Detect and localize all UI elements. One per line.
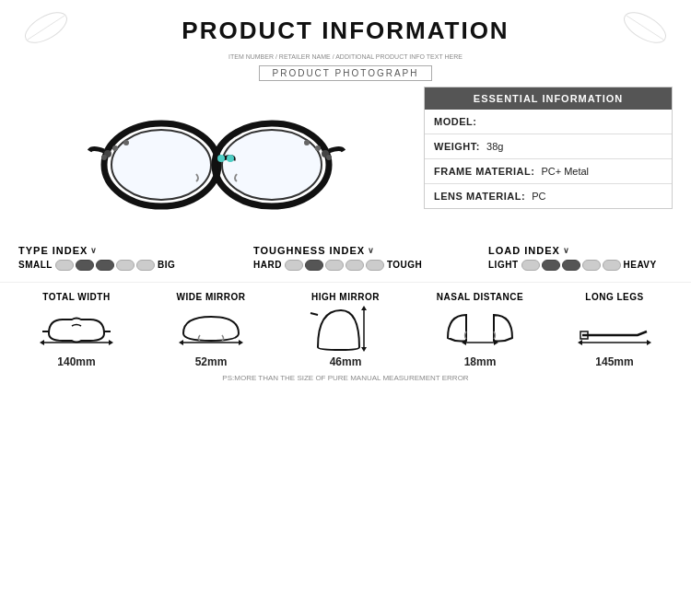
svg-marker-19 [40, 340, 44, 345]
svg-point-16 [315, 145, 321, 151]
wide-mirror-icon [174, 306, 248, 352]
type-dot-3 [96, 260, 114, 271]
info-value-frame: PC+ Metal [541, 166, 589, 177]
long-legs-value: 145mm [595, 355, 633, 368]
load-dot-5 [603, 260, 621, 271]
load-dot-3 [562, 260, 580, 271]
toughness-index-label: TOUGHNESS INDEX [253, 245, 365, 256]
svg-line-1 [28, 16, 64, 40]
info-label-lens: LENS MATERIAL: [434, 191, 525, 202]
nasal-distance-label: NASAL DISTANCE [437, 292, 523, 302]
info-row-frame: FRAME MATERIAL: PC+ Metal [425, 159, 672, 184]
svg-point-17 [304, 140, 310, 145]
load-index-left: LIGHT [488, 260, 519, 270]
svg-line-29 [310, 313, 318, 315]
type-index-group: TYPE INDEX ∨ SMALL BIG [18, 245, 203, 271]
type-index-left: SMALL [18, 260, 53, 270]
glasses-area [18, 87, 415, 234]
high-mirror-value: 46mm [330, 355, 362, 368]
page-header: PRODUCT INFORMATION [0, 0, 691, 51]
type-index-scale: SMALL BIG [18, 260, 175, 271]
measurement-total-width: TOTAL WIDTH 140mm [21, 292, 132, 368]
type-index-right: BIG [158, 260, 175, 270]
toughness-index-left: HARD [253, 260, 282, 270]
toughness-index-scale: HARD TOUGH [253, 260, 422, 271]
load-index-dots [521, 260, 621, 271]
load-index-group: LOAD INDEX ∨ LIGHT HEAVY [488, 245, 673, 271]
toughness-dot-1 [285, 260, 303, 271]
type-dot-5 [136, 260, 155, 271]
main-content: ESSENTIAL INFORMATION MODEL: WEIGHT: 38g… [0, 87, 691, 234]
leaf-right-icon [617, 5, 673, 51]
measurements-section: TOTAL WIDTH 140mm WIDE [0, 282, 691, 372]
load-index-title: LOAD INDEX ∨ [488, 245, 570, 256]
type-dot-4 [116, 260, 135, 271]
leaf-left-icon [18, 5, 74, 51]
page-title: PRODUCT INFORMATION [0, 17, 691, 45]
total-width-value: 140mm [57, 355, 95, 368]
svg-point-11 [326, 155, 332, 160]
svg-point-12 [217, 155, 225, 162]
info-row-weight: WEIGHT: 38g [425, 134, 672, 159]
info-value-lens: PC [532, 191, 545, 202]
info-label-frame: FRAME MATERIAL: [434, 166, 534, 177]
long-legs-label: LONG LEGS [585, 292, 643, 302]
toughness-index-dots [285, 260, 384, 271]
measurement-long-legs: LONG LEGS 145mm [559, 292, 670, 368]
type-index-chevron: ∨ [90, 246, 98, 255]
info-label-weight: WEIGHT: [434, 141, 480, 152]
type-index-label: TYPE INDEX [18, 245, 88, 256]
glasses-illustration [88, 96, 346, 225]
measurement-nasal-distance: NASAL DISTANCE 18mm [425, 292, 535, 368]
indices-row: TYPE INDEX ∨ SMALL BIG [18, 245, 673, 271]
load-index-right: HEAVY [624, 260, 657, 270]
svg-marker-24 [179, 340, 183, 345]
indices-section: TYPE INDEX ∨ SMALL BIG [0, 234, 691, 274]
info-panel: ESSENTIAL INFORMATION MODEL: WEIGHT: 38g… [424, 87, 673, 209]
load-index-chevron: ∨ [563, 246, 570, 255]
svg-marker-28 [361, 347, 367, 352]
svg-point-13 [227, 155, 234, 162]
page: PRODUCT INFORMATION ITEM NUMBER / RETAIL… [0, 0, 691, 616]
total-width-label: TOTAL WIDTH [42, 292, 110, 302]
load-dot-4 [582, 260, 601, 271]
high-mirror-label: HIGH MIRROR [311, 292, 380, 302]
type-dot-2 [76, 260, 94, 271]
measurement-wide-mirror: WIDE MIRROR 52mm [156, 292, 266, 368]
toughness-dot-4 [346, 260, 364, 271]
svg-point-9 [101, 155, 107, 160]
toughness-index-title: TOUGHNESS INDEX ∨ [253, 245, 375, 256]
svg-marker-35 [647, 340, 651, 345]
ps-note: PS:MORE THAN THE SIZE OF PURE MANUAL MEA… [0, 374, 691, 386]
toughness-index-chevron: ∨ [368, 246, 375, 255]
info-label-model: MODEL: [434, 116, 476, 127]
info-row-lens: LENS MATERIAL: PC [425, 184, 672, 208]
total-width-icon [40, 306, 113, 352]
svg-marker-20 [109, 340, 113, 345]
svg-point-14 [112, 145, 118, 151]
nasal-distance-icon [443, 306, 517, 352]
load-dot-1 [521, 260, 540, 271]
svg-marker-25 [239, 340, 243, 345]
toughness-index-group: TOUGHNESS INDEX ∨ HARD TOUGH [253, 245, 438, 271]
info-row-model: MODEL: [425, 110, 672, 134]
measurement-high-mirror: HIGH MIRROR 46mm [290, 292, 401, 368]
load-index-scale: LIGHT HEAVY [488, 260, 657, 271]
measurements-row: TOTAL WIDTH 140mm WIDE [9, 292, 682, 368]
svg-marker-34 [578, 340, 582, 345]
type-index-dots [55, 260, 155, 271]
high-mirror-icon [309, 306, 382, 352]
type-dot-1 [55, 260, 74, 271]
svg-point-15 [123, 140, 129, 145]
info-panel-title: ESSENTIAL INFORMATION [425, 87, 672, 110]
toughness-dot-3 [325, 260, 344, 271]
wide-mirror-label: WIDE MIRROR [177, 292, 246, 302]
nasal-distance-value: 18mm [464, 355, 497, 368]
svg-marker-27 [361, 306, 367, 310]
long-legs-icon [578, 306, 651, 352]
toughness-dot-5 [366, 260, 384, 271]
wide-mirror-value: 52mm [195, 355, 228, 368]
type-index-title: TYPE INDEX ∨ [18, 245, 98, 256]
load-dot-2 [542, 260, 560, 271]
photo-small-text: ITEM NUMBER / RETAILER NAME / ADDITIONAL… [0, 52, 691, 62]
